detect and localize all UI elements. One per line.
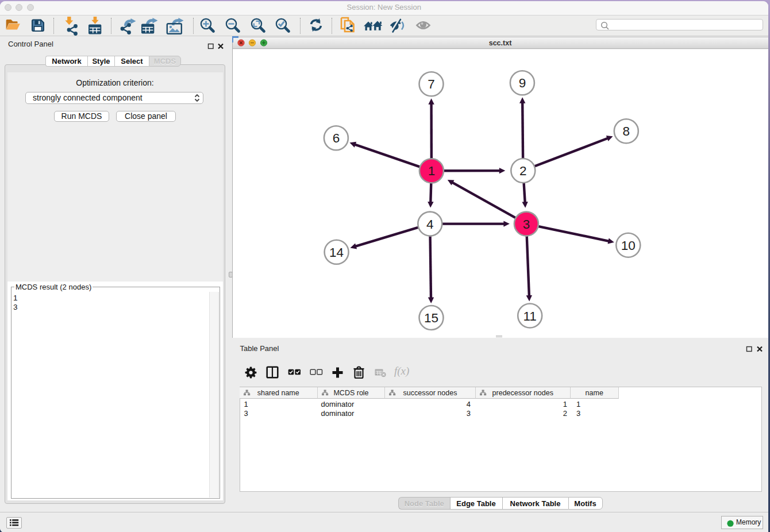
- svg-text:11: 11: [523, 309, 536, 323]
- svg-text:7: 7: [428, 77, 435, 91]
- svg-text:15: 15: [424, 311, 438, 325]
- svg-text:14: 14: [329, 245, 344, 260]
- svg-text:9: 9: [518, 76, 526, 90]
- svg-text:10: 10: [621, 238, 635, 253]
- svg-text:3: 3: [522, 217, 530, 232]
- svg-text:6: 6: [332, 131, 340, 145]
- svg-text:2: 2: [519, 164, 527, 178]
- svg-text:8: 8: [622, 124, 630, 138]
- svg-text:4: 4: [426, 217, 434, 232]
- svg-text:1: 1: [428, 164, 435, 178]
